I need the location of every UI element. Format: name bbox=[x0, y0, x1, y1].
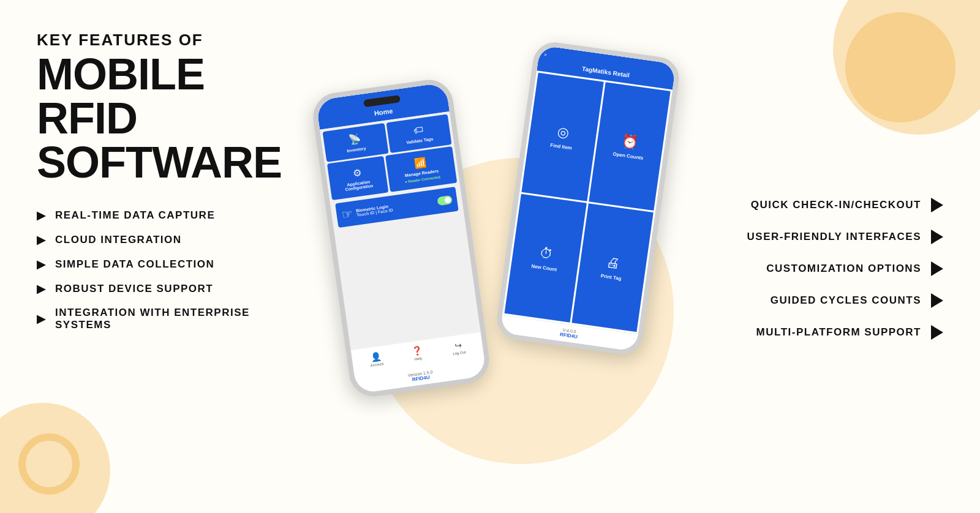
center-section: ≡ TagMatiks Retail ◎ Find Item ⏰ Open Co… bbox=[306, 0, 686, 513]
help-icon: ❓ bbox=[411, 345, 423, 356]
heading-line1: MOBILE RFID bbox=[37, 52, 282, 140]
right-feature-multi-platform: MULTI-PLATFORM SUPPORT bbox=[698, 325, 943, 340]
account-icon: 👤 bbox=[370, 351, 382, 362]
account-label: Account bbox=[370, 362, 383, 367]
feature-text-cloud: CLOUD INTEGRATION bbox=[55, 234, 182, 246]
logout-label: Log Out bbox=[453, 350, 466, 356]
phone-back-screen: ≡ TagMatiks Retail ◎ Find Item ⏰ Open Co… bbox=[500, 45, 676, 352]
new-count-icon: ⏱ bbox=[538, 245, 554, 263]
open-counts-label: Open Counts bbox=[612, 151, 644, 161]
nav-account: 👤 Account bbox=[369, 351, 384, 367]
phone-back-tile-print-tag: 🖨 Print Tag bbox=[571, 203, 654, 332]
heading-line2: SOFTWARE bbox=[37, 140, 282, 184]
feature-item-cloud: ▶ CLOUD INTEGRATION bbox=[37, 233, 282, 247]
help-label: Help bbox=[414, 356, 422, 361]
right-feature-text-multi-platform: MULTI-PLATFORM SUPPORT bbox=[756, 326, 921, 339]
feature-text-simple-data: SIMPLE DATA COLLECTION bbox=[55, 258, 214, 271]
arrow-icon-4: ▶ bbox=[37, 282, 45, 296]
left-section: KEY FEATURES OF MOBILE RFID SOFTWARE ▶ R… bbox=[0, 0, 306, 513]
right-arrow-icon-2 bbox=[931, 230, 943, 244]
feature-item-simple-data: ▶ SIMPLE DATA COLLECTION bbox=[37, 258, 282, 271]
nav-help: ❓ Help bbox=[411, 345, 423, 361]
phone-back: ≡ TagMatiks Retail ◎ Find Item ⏰ Open Co… bbox=[494, 40, 682, 358]
biometric-toggle[interactable] bbox=[437, 195, 453, 206]
manage-readers-icon: 📶 bbox=[413, 156, 427, 170]
feature-item-robust: ▶ ROBUST DEVICE SUPPORT bbox=[37, 282, 282, 296]
heading-large: MOBILE RFID SOFTWARE bbox=[37, 52, 282, 184]
front-tile-app-config: ⚙ Application Configuration bbox=[327, 156, 388, 200]
app-config-icon: ⚙ bbox=[352, 167, 363, 179]
biometric-text-block: Biometric Login Touch ID | Face ID bbox=[356, 204, 394, 217]
arrow-icon-5: ▶ bbox=[37, 312, 45, 326]
phone-wrapper: ≡ TagMatiks Retail ◎ Find Item ⏰ Open Co… bbox=[318, 36, 674, 477]
feature-item-enterprise: ▶ INTEGRATION WITH ENTERPRISE SYSTEMS bbox=[37, 307, 282, 331]
heading-subtitle: KEY FEATURES OF bbox=[37, 31, 282, 50]
arrow-icon-2: ▶ bbox=[37, 233, 45, 247]
right-section: QUICK CHECK-IN/CHECKOUT USER-FRIENDLY IN… bbox=[686, 0, 980, 513]
app-config-label: Application Configuration bbox=[333, 177, 385, 193]
inventory-label: Inventory bbox=[347, 146, 366, 153]
arrow-icon-3: ▶ bbox=[37, 258, 45, 271]
right-feature-quick-checkin: QUICK CHECK-IN/CHECKOUT bbox=[698, 198, 943, 212]
validate-icon: 🏷 bbox=[413, 124, 424, 137]
new-count-label: New Count bbox=[531, 263, 557, 272]
print-tag-label: Print Tag bbox=[600, 273, 622, 282]
right-arrow-icon-5 bbox=[931, 325, 943, 340]
feature-text-real-time: REAL-TIME DATA CAPTURE bbox=[55, 209, 215, 222]
inventory-icon: 📡 bbox=[348, 133, 361, 146]
right-feature-text-guided-cycles: GUIDED CYCLES COUNTS bbox=[771, 294, 921, 307]
phone-front-content: 📡 Inventory 🏷 Validate Tags ⚙ bbox=[320, 111, 480, 350]
left-features-list: ▶ REAL-TIME DATA CAPTURE ▶ CLOUD INTEGRA… bbox=[37, 209, 282, 331]
phone-front-screen: Home 📡 Inventory 🏷 Validate Tags bbox=[315, 82, 486, 394]
right-arrow-icon-4 bbox=[931, 293, 943, 308]
validate-label: Validate Tags bbox=[406, 137, 434, 144]
right-feature-text-quick-checkin: QUICK CHECK-IN/CHECKOUT bbox=[751, 199, 921, 211]
find-item-icon: ◎ bbox=[556, 124, 570, 141]
right-feature-text-user-friendly: USER-FRIENDLY INTERFACES bbox=[747, 231, 921, 243]
right-feature-customization: CUSTOMIZATION OPTIONS bbox=[698, 261, 943, 276]
right-feature-user-friendly: USER-FRIENDLY INTERFACES bbox=[698, 230, 943, 244]
phone-back-grid: ◎ Find Item ⏰ Open Counts ⏱ New Count bbox=[502, 70, 673, 334]
phone-front: Home 📡 Inventory 🏷 Validate Tags bbox=[310, 77, 492, 399]
right-feature-text-customization: CUSTOMIZATION OPTIONS bbox=[766, 263, 921, 275]
right-arrow-icon-3 bbox=[931, 261, 943, 276]
print-tag-icon: 🖨 bbox=[605, 254, 620, 272]
main-container: KEY FEATURES OF MOBILE RFID SOFTWARE ▶ R… bbox=[0, 0, 980, 513]
phone-back-tile-open-counts: ⏰ Open Counts bbox=[589, 82, 671, 211]
arrow-icon-1: ▶ bbox=[37, 209, 45, 222]
feature-text-enterprise: INTEGRATION WITH ENTERPRISE SYSTEMS bbox=[55, 307, 282, 331]
find-item-label: Find Item bbox=[550, 143, 572, 151]
feature-item-real-time: ▶ REAL-TIME DATA CAPTURE bbox=[37, 209, 282, 222]
open-counts-icon: ⏰ bbox=[621, 133, 639, 151]
nav-logout: ↪ Log Out bbox=[451, 339, 466, 356]
logout-icon: ↪ bbox=[454, 340, 462, 351]
right-feature-guided-cycles: GUIDED CYCLES COUNTS bbox=[698, 293, 943, 308]
feature-text-robust: ROBUST DEVICE SUPPORT bbox=[55, 283, 213, 295]
front-tile-manage-readers: 📶 Manage Readers ● Reader Connected bbox=[385, 146, 457, 192]
biometric-icon: ☞ bbox=[341, 206, 353, 222]
right-arrow-icon-1 bbox=[931, 198, 943, 212]
